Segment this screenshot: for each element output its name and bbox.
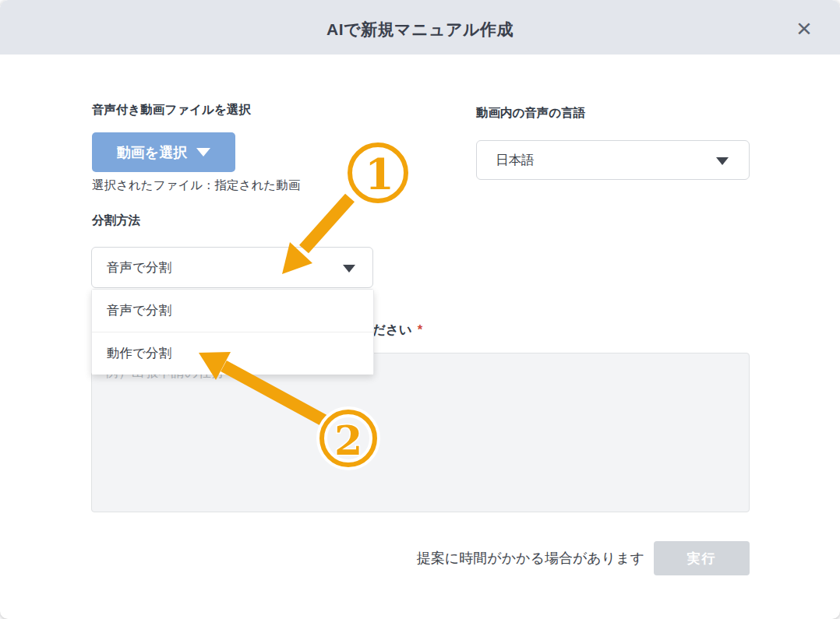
- select-video-button[interactable]: 動画を選択: [92, 132, 235, 172]
- dialog-header: AIで新規マニュアル作成 ×: [0, 0, 840, 55]
- step1-circle-badge: 1: [350, 145, 406, 201]
- description-label-text: ださい: [372, 322, 412, 336]
- close-button[interactable]: ×: [787, 11, 821, 45]
- dropdown-caret-icon: [343, 265, 355, 273]
- description-textarea[interactable]: [91, 353, 750, 512]
- selected-file-text: 選択されたファイル：指定された動画: [92, 178, 300, 194]
- footer-note: 提案に時間がかかる場合があります: [417, 549, 644, 568]
- split-method-select-value: 音声で分割: [107, 259, 171, 276]
- dropdown-option-split-by-action[interactable]: 動作で分割: [92, 332, 373, 375]
- audio-language-label: 動画内の音声の言語: [476, 105, 585, 121]
- language-select[interactable]: 日本語: [476, 140, 750, 180]
- split-method-select[interactable]: 音声で分割: [91, 247, 373, 288]
- split-method-dropdown-list: 音声で分割 動作で分割: [91, 289, 374, 375]
- split-method-label: 分割方法: [92, 213, 140, 229]
- step1-number: 1: [365, 149, 394, 199]
- required-asterisk: *: [418, 322, 422, 336]
- dropdown-option-split-by-audio[interactable]: 音声で分割: [92, 290, 373, 332]
- ai-manual-dialog: AIで新規マニュアル作成 × 音声付き動画ファイルを選択 動画を選択 選択された…: [0, 0, 840, 619]
- video-file-label: 音声付き動画ファイルを選択: [92, 102, 251, 118]
- description-label-fragment: ださい*: [372, 322, 422, 339]
- dropdown-caret-icon: [196, 148, 210, 157]
- close-icon: ×: [796, 13, 812, 43]
- dropdown-caret-icon: [716, 157, 729, 165]
- dialog-title: AIで新規マニュアル作成: [0, 19, 840, 40]
- language-select-value: 日本語: [496, 152, 535, 169]
- select-video-button-label: 動画を選択: [117, 143, 187, 162]
- run-button[interactable]: 実行: [654, 541, 750, 575]
